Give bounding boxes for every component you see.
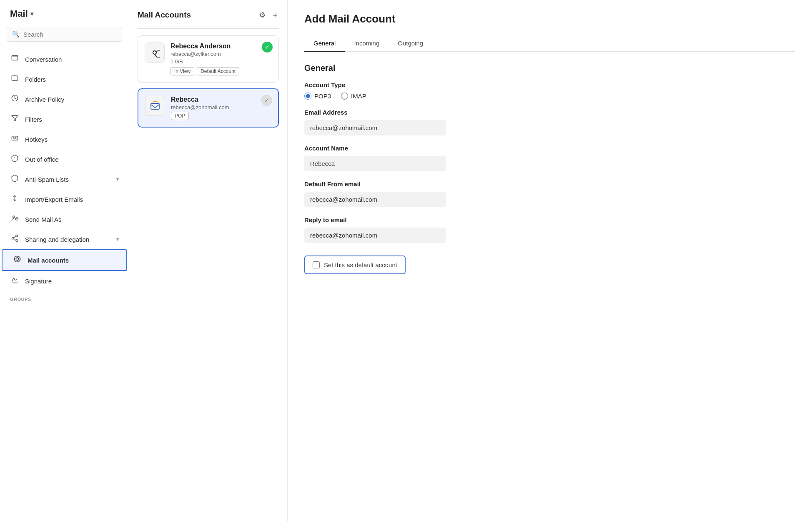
account-info-rebecca: Rebecca rebecca@zohomail.com POP (171, 96, 271, 120)
account-name-group: Account Name (304, 145, 795, 171)
account-size: 1 GB (170, 58, 272, 65)
account-card-rebecca-anderson[interactable]: Rebecca Anderson rebecca@zylker.com 1 GB… (138, 35, 279, 83)
account-name-rebecca-anderson: Rebecca Anderson (170, 43, 272, 50)
badge-in-view: In View (170, 67, 194, 75)
email-address-input[interactable] (304, 120, 446, 135)
sidebar-item-import-export[interactable]: Import/Export Emails (0, 189, 129, 209)
page-title: Add Mail Account (304, 13, 795, 25)
header-icons: ⚙ ＋ (259, 10, 279, 20)
default-from-input[interactable] (304, 192, 446, 207)
svg-rect-12 (151, 103, 159, 109)
sidebar-item-out-of-office[interactable]: Out of office (0, 149, 129, 169)
svg-rect-0 (12, 55, 18, 60)
default-account-checkbox[interactable] (313, 261, 320, 268)
account-badges-rebecca-anderson: In ViewDefault Account (170, 67, 272, 75)
account-name-label: Account Name (304, 145, 795, 152)
tab-general[interactable]: General (304, 35, 345, 52)
sidebar-item-folders[interactable]: Folders (0, 69, 129, 89)
middle-header: Mail Accounts ⚙ ＋ (138, 10, 279, 20)
email-address-group: Email Address (304, 109, 795, 135)
pop3-option[interactable]: POP3 (304, 93, 331, 100)
sidebar-item-label-signature: Signature (25, 278, 52, 285)
anti-spam-icon (10, 174, 19, 184)
sidebar-item-label-import-export: Import/Export Emails (25, 196, 83, 203)
search-box[interactable]: 🔍 (7, 27, 122, 42)
account-type-group: Account Type POP3 IMAP (304, 81, 795, 100)
svg-point-6 (15, 235, 18, 237)
svg-point-7 (12, 237, 14, 239)
account-info-rebecca-anderson: Rebecca Anderson rebecca@zylker.com 1 GB… (170, 43, 272, 75)
right-panel: Add Mail Account GeneralIncomingOutgoing… (288, 0, 812, 521)
badge-default-account: Default Account (197, 67, 239, 75)
middle-panel: Mail Accounts ⚙ ＋ Rebecca Anderson rebec… (129, 0, 288, 521)
imap-option[interactable]: IMAP (341, 93, 366, 100)
pop3-radio[interactable] (304, 93, 311, 100)
default-account-checkbox-container[interactable]: Set this as default account (304, 255, 406, 274)
sidebar-item-hotkeys[interactable]: Hotkeys (0, 129, 129, 149)
badge-pop: POP (171, 112, 189, 120)
sidebar-item-label-anti-spam: Anti-Spam Lists (25, 176, 69, 183)
app-title-chevron[interactable]: ▾ (30, 10, 33, 17)
tab-incoming[interactable]: Incoming (345, 35, 388, 52)
svg-point-8 (15, 240, 18, 242)
form-section-title: General (304, 63, 795, 73)
groups-section-label: GROUPS (0, 291, 129, 303)
check-icon-green: ✓ (262, 42, 273, 53)
add-account-button[interactable]: ＋ (271, 10, 279, 20)
out-of-office-icon (10, 154, 19, 164)
sidebar-item-filters[interactable]: Filters (0, 109, 129, 129)
reply-to-input[interactable] (304, 228, 446, 243)
default-account-label: Set this as default account (324, 261, 397, 268)
reply-to-label: Reply to email (304, 216, 795, 223)
sidebar-item-anti-spam[interactable]: Anti-Spam Lists▾ (0, 169, 129, 189)
sidebar-item-send-mail-as[interactable]: Send Mail As (0, 209, 129, 229)
nav-menu: ConversationFoldersArchive PolicyFilters… (0, 49, 129, 291)
conversation-icon (10, 54, 19, 64)
sidebar-item-label-folders: Folders (25, 76, 46, 83)
account-card-rebecca[interactable]: Rebecca rebecca@zohomail.com POP ✓ (138, 88, 279, 128)
app-header: Mail ▾ (0, 8, 129, 27)
check-icon-gray: ✓ (261, 95, 272, 106)
imap-label: IMAP (351, 93, 366, 100)
default-account-group: Set this as default account (304, 252, 795, 274)
search-input[interactable] (23, 31, 117, 38)
sidebar-item-label-archive-policy: Archive Policy (25, 96, 64, 103)
svg-rect-3 (12, 136, 18, 140)
anti-spam-chevron-icon: ▾ (116, 176, 119, 182)
account-type-radio-group: POP3 IMAP (304, 93, 795, 100)
sidebar-item-label-hotkeys: Hotkeys (25, 136, 48, 143)
middle-title: Mail Accounts (138, 10, 191, 20)
signature-icon (10, 276, 19, 286)
sidebar-item-mail-accounts[interactable]: Mail accounts (2, 249, 127, 271)
sidebar-item-label-out-of-office: Out of office (25, 156, 59, 163)
imap-radio[interactable] (341, 93, 348, 100)
tab-outgoing[interactable]: Outgoing (388, 35, 432, 52)
default-from-group: Default From email (304, 180, 795, 207)
hotkeys-icon (10, 134, 19, 144)
account-avatar-rebecca-anderson (145, 43, 165, 63)
sidebar-item-label-sharing-delegation: Sharing and delegation (25, 236, 89, 243)
sidebar-item-archive-policy[interactable]: Archive Policy (0, 89, 129, 109)
account-avatar-rebecca (145, 96, 165, 116)
sidebar: Mail ▾ 🔍 ConversationFoldersArchive Poli… (0, 0, 129, 521)
account-badges-rebecca: POP (171, 112, 271, 120)
sidebar-item-label-filters: Filters (25, 116, 42, 123)
sharing-delegation-icon (10, 234, 19, 244)
email-address-label: Email Address (304, 109, 795, 116)
sidebar-item-sharing-delegation[interactable]: Sharing and delegation▾ (0, 229, 129, 249)
sidebar-item-label-conversation: Conversation (25, 56, 62, 63)
reply-to-group: Reply to email (304, 216, 795, 243)
sidebar-item-conversation[interactable]: Conversation (0, 49, 129, 69)
import-export-icon (10, 194, 19, 204)
svg-point-9 (16, 258, 18, 260)
sharing-delegation-chevron-icon: ▾ (116, 236, 119, 242)
account-name-rebecca: Rebecca (171, 96, 271, 103)
sidebar-item-signature[interactable]: Signature (0, 271, 129, 291)
settings-button[interactable]: ⚙ (259, 10, 266, 20)
account-name-input[interactable] (304, 156, 446, 171)
sidebar-item-label-mail-accounts: Mail accounts (28, 257, 69, 264)
accounts-list: Rebecca Anderson rebecca@zylker.com 1 GB… (138, 35, 279, 133)
default-from-label: Default From email (304, 180, 795, 188)
search-icon: 🔍 (12, 30, 20, 38)
svg-point-4 (13, 216, 15, 218)
